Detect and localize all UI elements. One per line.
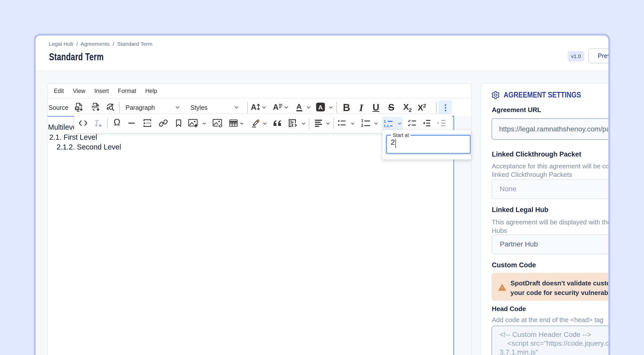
svg-text:W: W bbox=[75, 106, 79, 110]
svg-text:1.1.: 1.1. bbox=[384, 124, 390, 128]
svg-text:1: 1 bbox=[361, 119, 363, 123]
svg-text:Ω: Ω bbox=[114, 118, 120, 127]
svg-text:A: A bbox=[296, 102, 302, 111]
svg-text:A: A bbox=[318, 104, 323, 111]
svg-text:A: A bbox=[251, 103, 256, 111]
svg-text:T: T bbox=[95, 119, 99, 126]
svg-text:A: A bbox=[273, 103, 278, 111]
svg-text:1.: 1. bbox=[384, 119, 387, 123]
svg-text:2: 2 bbox=[361, 123, 363, 128]
svg-text:PDF: PDF bbox=[92, 105, 98, 109]
